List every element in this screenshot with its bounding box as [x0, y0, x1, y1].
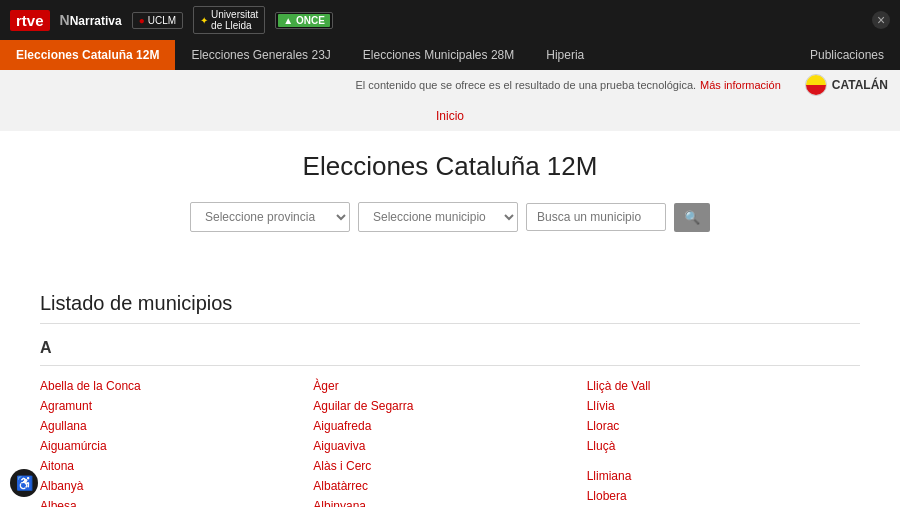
list-item[interactable]: Aiguafreda: [313, 416, 586, 436]
list-item[interactable]: Aiguamúrcia: [40, 436, 313, 456]
nav-cataluna[interactable]: Elecciones Cataluña 12M: [0, 40, 175, 70]
search-button[interactable]: 🔍: [674, 203, 710, 232]
main-content: Elecciones Cataluña 12M Seleccione provi…: [0, 131, 900, 292]
list-item[interactable]: Albatàrrec: [313, 476, 586, 496]
accessibility-icon[interactable]: ♿: [10, 469, 38, 497]
breadcrumb: Inicio: [0, 100, 900, 131]
page-title: Elecciones Cataluña 12M: [40, 151, 860, 182]
catalan-flag-icon: [805, 74, 827, 96]
breadcrumb-home[interactable]: Inicio: [436, 109, 464, 123]
list-item[interactable]: Agullana: [40, 416, 313, 436]
list-item[interactable]: Llobera: [587, 486, 860, 506]
list-item[interactable]: Agramunt: [40, 396, 313, 416]
nav-generales[interactable]: Elecciones Generales 23J: [175, 40, 346, 70]
section-a: Abella de la Conca Agramunt Agullana Aig…: [40, 376, 860, 507]
close-button[interactable]: ×: [872, 11, 890, 29]
rtve-logo: rtve: [10, 10, 50, 31]
nav-bar: Elecciones Cataluña 12M Elecciones Gener…: [0, 40, 900, 70]
narrativa-logo: NNarrativa: [60, 12, 122, 28]
municipality-section: Listado de municipios A Abella de la Con…: [0, 292, 900, 507]
list-item[interactable]: Alàs i Cerc: [313, 456, 586, 476]
list-item[interactable]: Abella de la Conca: [40, 376, 313, 396]
filter-row: Seleccione provincia Seleccione municipi…: [40, 202, 860, 232]
list-item[interactable]: Llorac: [587, 416, 860, 436]
list-item[interactable]: Àger: [313, 376, 586, 396]
list-item[interactable]: Albesa: [40, 496, 313, 507]
nav-publicaciones[interactable]: Publicaciones: [794, 40, 900, 70]
list-item[interactable]: Albanyà: [40, 476, 313, 496]
list-item[interactable]: Aitona: [40, 456, 313, 476]
nav-municipales[interactable]: Elecciones Municipales 28M: [347, 40, 530, 70]
top-bar: rtve NNarrativa ● UCLM ✦ Universitatde L…: [0, 0, 900, 40]
list-item[interactable]: Aiguaviva: [313, 436, 586, 456]
lleida-logo: ✦ Universitatde Lleida: [193, 6, 265, 34]
lang-label: CATALÁN: [832, 78, 888, 92]
list-item[interactable]: Lliçà de Vall: [587, 376, 860, 396]
col-a-3: Lliçà de Vall Llívia Llorac Lluçà Llimia…: [587, 376, 860, 507]
info-bar: El contenido que se ofrece es el resulta…: [0, 70, 900, 100]
col-a-1: Abella de la Conca Agramunt Agullana Aig…: [40, 376, 313, 507]
province-select[interactable]: Seleccione provincia: [190, 202, 350, 232]
list-item[interactable]: Aguilar de Segarra: [313, 396, 586, 416]
list-title: Listado de municipios: [40, 292, 860, 324]
info-link[interactable]: Más información: [700, 79, 781, 91]
municipality-select[interactable]: Seleccione municipio: [358, 202, 518, 232]
once-logo: ▲ ONCE: [275, 12, 333, 29]
list-item[interactable]: Albinyana: [313, 496, 586, 507]
list-item[interactable]: Llívia: [587, 396, 860, 416]
list-item[interactable]: Llimiana: [587, 466, 860, 486]
nav-hiperia[interactable]: Hiperia: [530, 40, 600, 70]
col-a-2: Àger Aguilar de Segarra Aiguafreda Aigua…: [313, 376, 586, 507]
uclm-logo: ● UCLM: [132, 12, 183, 29]
search-input[interactable]: [526, 203, 666, 231]
info-text: El contenido que se ofrece es el resulta…: [355, 79, 696, 91]
letter-a: A: [40, 339, 860, 357]
list-item[interactable]: Lluçà: [587, 436, 860, 456]
lang-switcher[interactable]: CATALÁN: [805, 74, 888, 96]
